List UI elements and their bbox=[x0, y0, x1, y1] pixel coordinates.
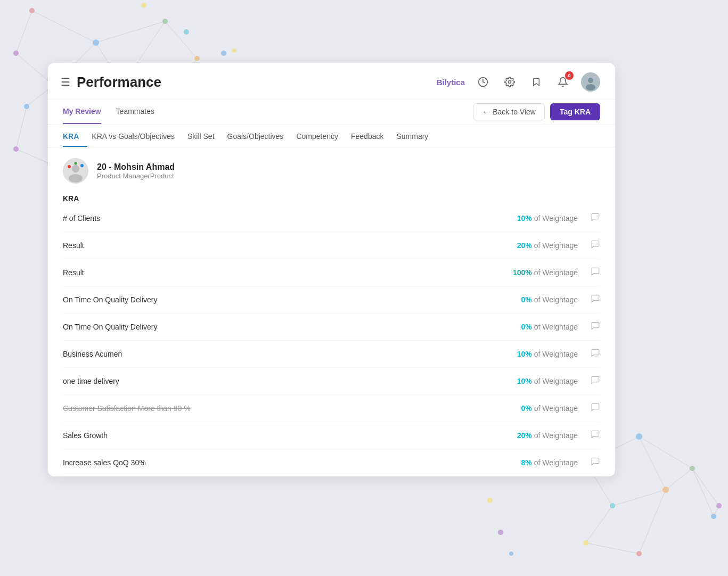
tab-summary[interactable]: Summary bbox=[396, 125, 437, 147]
notification-icon[interactable]: 0 bbox=[554, 73, 571, 90]
svg-point-46 bbox=[690, 466, 695, 471]
kra-weightage-label: of Weightage bbox=[534, 214, 578, 223]
tab-goals-objectives[interactable]: Goals/Objectives bbox=[227, 125, 292, 147]
kra-weightage: 10% of Weightage bbox=[482, 377, 578, 385]
comment-icon[interactable] bbox=[591, 402, 600, 414]
comment-icon[interactable] bbox=[591, 348, 600, 360]
kra-percentage: 0% bbox=[521, 295, 532, 304]
comment-icon[interactable] bbox=[591, 240, 600, 251]
svg-line-36 bbox=[666, 468, 692, 490]
svg-point-69 bbox=[80, 164, 84, 167]
avatar[interactable] bbox=[581, 72, 600, 92]
comment-icon[interactable] bbox=[591, 375, 600, 387]
sub-nav-teammates[interactable]: Teammates bbox=[116, 100, 154, 124]
sub-nav-my-review[interactable]: My Review bbox=[63, 100, 101, 124]
kra-name: one time delivery bbox=[63, 377, 482, 385]
tab-kra-vs-goals[interactable]: KRA vs Goals/Objectives bbox=[92, 125, 183, 147]
kra-name: On Time On Quality Delivery bbox=[63, 323, 482, 331]
notification-badge: 0 bbox=[565, 71, 574, 80]
svg-line-43 bbox=[714, 506, 719, 516]
svg-point-28 bbox=[141, 3, 146, 8]
svg-point-26 bbox=[13, 146, 19, 152]
svg-point-70 bbox=[75, 162, 77, 165]
kra-weightage: 20% of Weightage bbox=[482, 241, 578, 250]
kra-percentage: 10% bbox=[517, 377, 532, 385]
kra-name: # of Clients bbox=[63, 214, 482, 223]
svg-point-25 bbox=[24, 104, 29, 109]
kra-weightage-label: of Weightage bbox=[534, 404, 578, 413]
bookmark-icon[interactable] bbox=[528, 73, 545, 90]
svg-point-30 bbox=[221, 51, 226, 56]
table-row: Sales Growth20% of Weightage bbox=[63, 422, 600, 449]
svg-point-68 bbox=[68, 165, 71, 168]
svg-point-29 bbox=[184, 29, 189, 35]
employee-info: 20 - Mohsin Ahmad Product ManagerProduct bbox=[48, 147, 615, 188]
svg-point-17 bbox=[93, 39, 99, 46]
kra-rows-container: # of Clients10% of WeightageResult20% of… bbox=[63, 205, 600, 476]
kra-weightage-label: of Weightage bbox=[534, 431, 578, 440]
kra-percentage: 20% bbox=[517, 241, 532, 250]
tag-kra-button[interactable]: Tag KRA bbox=[550, 103, 600, 120]
svg-line-3 bbox=[16, 11, 32, 53]
kra-name: Sales Growth bbox=[63, 431, 482, 440]
svg-point-52 bbox=[711, 514, 716, 519]
tab-competency[interactable]: Competency bbox=[296, 125, 347, 147]
svg-point-61 bbox=[509, 81, 511, 84]
table-row: Result100% of Weightage bbox=[63, 259, 600, 286]
tab-skill-set[interactable]: Skill Set bbox=[187, 125, 223, 147]
settings-icon[interactable] bbox=[501, 73, 518, 90]
svg-line-34 bbox=[692, 468, 719, 506]
table-row: On Time On Quality Delivery0% of Weighta… bbox=[63, 314, 600, 341]
sub-nav: My Review Teammates ← Back to View Tag K… bbox=[48, 100, 615, 125]
tabs-bar: KRA KRA vs Goals/Objectives Skill Set Go… bbox=[48, 125, 615, 147]
table-row: # of Clients10% of Weightage bbox=[63, 205, 600, 232]
svg-point-20 bbox=[13, 51, 19, 56]
header: ☰ Performance Bilytica bbox=[48, 63, 615, 100]
kra-weightage-label: of Weightage bbox=[534, 241, 578, 250]
menu-icon[interactable]: ☰ bbox=[61, 76, 70, 88]
comment-icon[interactable] bbox=[591, 457, 600, 468]
back-arrow-icon: ← bbox=[482, 108, 489, 116]
svg-point-48 bbox=[662, 487, 669, 493]
svg-point-49 bbox=[610, 503, 615, 508]
svg-point-67 bbox=[69, 174, 83, 183]
table-row: one time delivery10% of Weightage bbox=[63, 368, 600, 395]
svg-line-40 bbox=[586, 543, 639, 554]
back-to-view-label: Back to View bbox=[493, 108, 536, 116]
svg-line-35 bbox=[639, 437, 666, 490]
comment-icon[interactable] bbox=[591, 212, 600, 224]
svg-point-63 bbox=[588, 78, 593, 83]
kra-heading: KRA bbox=[63, 194, 600, 203]
kra-percentage: 8% bbox=[521, 458, 532, 467]
comment-icon[interactable] bbox=[591, 430, 600, 441]
kra-percentage: 0% bbox=[521, 404, 532, 413]
kra-percentage: 100% bbox=[513, 268, 532, 277]
kra-weightage-label: of Weightage bbox=[534, 350, 578, 358]
svg-line-2 bbox=[165, 21, 197, 59]
svg-line-13 bbox=[16, 106, 27, 149]
svg-line-39 bbox=[586, 506, 612, 543]
svg-point-18 bbox=[162, 19, 168, 24]
kra-name: Result bbox=[63, 268, 482, 277]
svg-point-45 bbox=[636, 433, 642, 440]
svg-point-51 bbox=[636, 551, 642, 556]
kra-weightage: 0% of Weightage bbox=[482, 404, 578, 413]
comment-icon[interactable] bbox=[591, 294, 600, 306]
kra-weightage-label: of Weightage bbox=[534, 295, 578, 304]
svg-point-19 bbox=[194, 56, 200, 61]
kra-percentage: 20% bbox=[517, 431, 532, 440]
brand-label: Bilytica bbox=[437, 78, 465, 87]
history-icon[interactable] bbox=[475, 73, 492, 90]
kra-name: Result bbox=[63, 241, 482, 250]
tab-kra[interactable]: KRA bbox=[63, 125, 87, 147]
kra-name: On Time On Quality Delivery bbox=[63, 295, 482, 304]
comment-icon[interactable] bbox=[591, 321, 600, 333]
svg-line-33 bbox=[639, 437, 692, 468]
kra-weightage: 20% of Weightage bbox=[482, 431, 578, 440]
comment-icon[interactable] bbox=[591, 267, 600, 278]
svg-line-42 bbox=[692, 468, 714, 516]
svg-point-58 bbox=[498, 530, 503, 535]
back-to-view-button[interactable]: ← Back to View bbox=[473, 103, 545, 120]
svg-point-47 bbox=[716, 503, 722, 508]
tab-feedback[interactable]: Feedback bbox=[351, 125, 392, 147]
